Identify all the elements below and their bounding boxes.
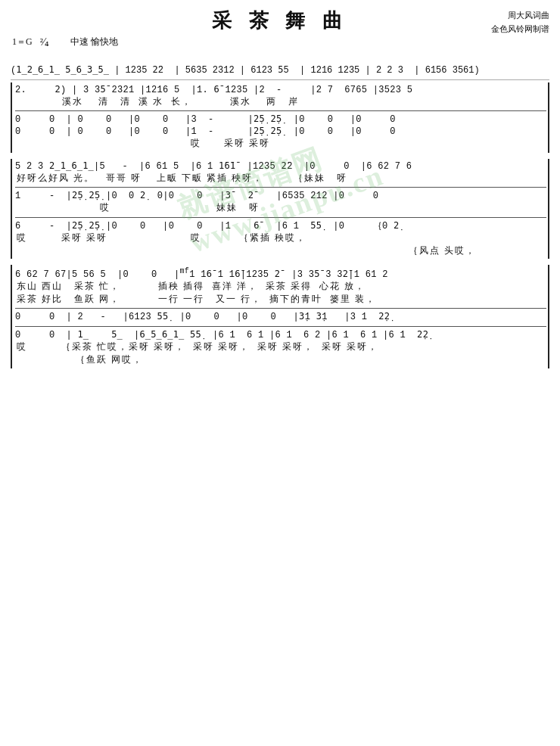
lyrics-9b: ｛鱼跃 网哎， [76, 354, 546, 366]
row-group-6: 6 - |2̣5̣ 2̣5̣ |0 0 |0 0 |1 6̄ |6 1 5̄5̣… [15, 221, 546, 244]
divider-3 [15, 217, 546, 218]
divider-1 [15, 110, 546, 111]
subtitle-row: 1＝G ²⁄₄ 中速 愉快地 [11, 36, 549, 48]
lyrics-5: 哎 妹妹 呀 [17, 202, 546, 214]
title-row: 采 茶 舞 曲 周大风词曲 金色风铃网制谱 [11, 8, 549, 34]
lyrics-7b: 采茶 好比 鱼跃 网， 一行 一行 又一 行， 摘下的青叶 篓里 装， [17, 294, 546, 306]
row-group-8: 0 0 | 2 - |6123 5̄5̣ |0 0 |0 0 |3̣1 3̣1 … [15, 312, 546, 323]
row-group-4: 5 2 3 2̲1̲6̲1̲|5 - |6 61 5 |6 1 1̄6̄1̄ |… [15, 161, 546, 185]
top-notation: (1̲2̲6̲1̲ 5̲6̲3̲5̲ | 1235 2̄2 | 5635 231… [11, 51, 549, 80]
lyrics-3: 哎 采呀 采呀 [17, 138, 546, 150]
lyrics-9: 哎 ｛采茶 忙哎，采呀 采呀， 采呀 采呀， 采呀 采呀， 采呀 采呀， [17, 341, 546, 353]
lyrics-1: 溪水 清 清 溪 水 长， 溪水 两 岸 [17, 96, 546, 108]
divider-4 [15, 308, 546, 309]
lyrics-7: 东山 西山 采茶 忙， 插秧 插得 喜洋 洋， 采茶 采得 心花 放， [17, 281, 546, 293]
lyrics-6: 哎 采呀 采呀 哎 ｛紧插 秧哎， [17, 232, 546, 244]
section-2: 5 2 3 2̲1̲6̲1̲|5 - |6 61 5 |6 1 1̄6̄1̄ |… [11, 159, 549, 259]
notation-5: 1 - |2̣5̣ 2̣5̣ |0 0 2̣ 0|0 0 |3̄ 2̄ |653… [15, 191, 546, 202]
lyrics-4: 好呀么好风 光。 哥哥 呀 上畈 下畈 紧插 秧呀， ｛妹妹 呀 [17, 173, 546, 185]
tempo-label: 中速 愉快地 [70, 36, 118, 48]
notation-3: 0 0 | 0 0 |0 0 |1 - |2̣5̣ 2̣5̣ |0 0 |0 0 [15, 126, 546, 138]
lyrics-6b: ｛风点 头哎， [409, 245, 546, 257]
notation-2: 0 0 | 0 0 |0 0 |3 - |2̣5̣ 2̣5̣ |0 0 |0 0 [15, 114, 546, 126]
section-1: 2. 2̣) | 3 35̄ 2321 |1216 5 |1. 6̄ 1235 … [11, 82, 549, 153]
row-group-9: 0 0 | 1̲ 5̲ |6̲5̲6̲1̲ 5̄5̣ |6 1 6 1 |6 1… [15, 330, 546, 353]
notation-4: 5 2 3 2̲1̲6̲1̲|5 - |6 61 5 |6 1 1̄6̄1̄ |… [15, 161, 546, 173]
notation-9: 0 0 | 1̲ 5̲ |6̲5̲6̲1̲ 5̄5̣ |6 1 6 1 |6 1… [15, 330, 546, 341]
notation-8: 0 0 | 2 - |6123 5̄5̣ |0 0 |0 0 |3̣1 3̣1 … [15, 312, 546, 323]
row-group-2: 0 0 | 0 0 |0 0 |3 - |2̣5̣ 2̣5̣ |0 0 |0 0 [15, 114, 546, 126]
notation-7: 6 62 7 67|5 56 5 |0 0 |mf1 16̄ 1 16̄|123… [15, 267, 546, 281]
row-group-7: 6 62 7 67|5 56 5 |0 0 |mf1 16̄ 1 16̄|123… [15, 267, 546, 293]
page: 就谱简谱网www.jianpu.cn 采 茶 舞 曲 周大风词曲 金色风铃网制谱… [0, 0, 560, 382]
key-label: 1＝G [12, 36, 33, 48]
row-group-5: 1 - |2̣5̣ 2̣5̣ |0 0 2̣ 0|0 0 |3̄ 2̄ |653… [15, 191, 546, 214]
divider-2 [15, 187, 546, 188]
row-group-3: 0 0 | 0 0 |0 0 |1 - |2̣5̣ 2̣5̣ |0 0 |0 0… [15, 126, 546, 150]
divider-5 [15, 326, 546, 327]
row-group-1: 2. 2̣) | 3 35̄ 2321 |1216 5 |1. 6̄ 1235 … [15, 85, 546, 108]
section-3: 6 62 7 67|5 56 5 |0 0 |mf1 16̄ 1 16̄|123… [11, 265, 549, 368]
page-title: 采 茶 舞 曲 [11, 8, 549, 34]
composer-info: 周大风词曲 金色风铃网制谱 [491, 9, 549, 36]
notation-1: 2. 2̣) | 3 35̄ 2321 |1216 5 |1. 6̄ 1235 … [15, 85, 546, 96]
notation-6: 6 - |2̣5̣ 2̣5̣ |0 0 |0 0 |1 6̄ |6 1 5̄5̣… [15, 221, 546, 232]
meter-label: ²⁄₄ [40, 37, 50, 48]
